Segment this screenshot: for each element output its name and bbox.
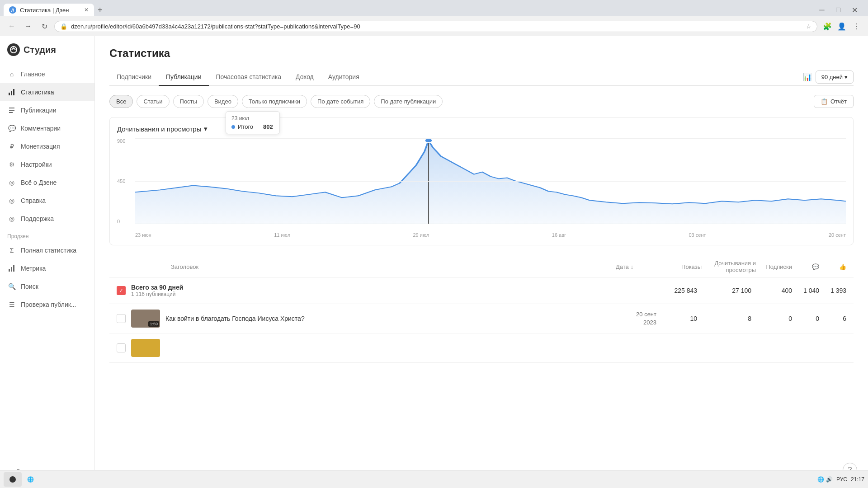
browser-tab-active[interactable]: Д Статистика | Дзен ✕ <box>4 4 94 16</box>
url-text: dzen.ru/profile/editor/id/60a6b497d33a4c… <box>71 23 802 30</box>
summary-checkbox[interactable]: ✓ <box>117 286 126 295</box>
summary-subs: 400 <box>751 287 792 294</box>
thumb-duration: 1:59 <box>148 321 159 327</box>
filter-all[interactable]: Все <box>109 95 133 108</box>
volume-icon: 🔊 <box>826 476 833 483</box>
article-reads: 8 <box>697 315 751 322</box>
money-icon: ₽ <box>7 142 16 151</box>
y-label-450: 450 <box>117 178 135 184</box>
x-label-5: 03 сент <box>689 232 706 238</box>
comments-header-icon: 💬 <box>812 263 819 270</box>
back-button[interactable]: ← <box>5 20 18 33</box>
start-button[interactable] <box>4 472 22 487</box>
report-button[interactable]: 📋 Отчёт <box>814 95 854 108</box>
x-label-1: 23 июн <box>135 232 151 238</box>
sidebar-item-label-settings: Настройки <box>21 161 52 168</box>
address-bar[interactable]: 🔒 dzen.ru/profile/editor/id/60a6b497d33a… <box>54 21 817 32</box>
filter-by-event-date[interactable]: По дате события <box>311 95 370 108</box>
profile-button[interactable]: 👤 <box>835 20 848 33</box>
tooltip-dot <box>231 125 235 129</box>
chevron-down-icon: ▾ <box>204 125 208 133</box>
filter-subscribers-only[interactable]: Только подписчики <box>242 95 307 108</box>
article-likes: 6 <box>819 315 846 322</box>
article-thumbnail-2 <box>131 339 160 357</box>
grid-line-top <box>135 138 846 139</box>
article-checkbox[interactable] <box>117 314 126 323</box>
sidebar-item-comments[interactable]: 💬 Комментарии <box>0 119 94 137</box>
sidebar-item-monetize[interactable]: ₽ Монетизация <box>0 137 94 155</box>
filter-by-pub-date[interactable]: По дате публикации <box>374 95 443 108</box>
taskbar-item-browser[interactable]: 🌐 <box>24 472 38 487</box>
sidebar-item-metrics[interactable]: Метрика <box>0 259 94 277</box>
tab-close-button[interactable]: ✕ <box>84 7 89 13</box>
table-header: Заголовок Дата ↓ Показы Дочитывания и пр… <box>109 256 854 277</box>
pubs-icon <box>7 106 16 115</box>
tab-audience[interactable]: Аудитория <box>321 69 367 86</box>
period-label: 90 дней <box>821 74 843 80</box>
tab-title: Статистика | Дзен <box>20 7 69 14</box>
sidebar-item-help[interactable]: ◎ Справка <box>0 192 94 210</box>
period-selector[interactable]: 90 дней ▾ <box>816 70 854 84</box>
tooltip-row: Итого 802 <box>231 123 274 130</box>
grid-line-mid <box>135 181 846 182</box>
refresh-button[interactable]: ↻ <box>38 20 51 33</box>
summary-info: Всего за 90 дней 1 116 публикаций <box>131 284 656 297</box>
summary-title: Всего за 90 дней <box>131 284 656 291</box>
sidebar: Студия ⌂ Главное Статистика Публикации 💬… <box>0 36 95 488</box>
search-icon: 🔍 <box>7 282 16 291</box>
tab-publications[interactable]: Публикации <box>159 69 208 86</box>
tab-subscribers[interactable]: Подписчики <box>109 69 159 86</box>
tab-income[interactable]: Доход <box>288 69 321 86</box>
sidebar-item-home[interactable]: ⌂ Главное <box>0 65 94 83</box>
summary-reads: 27 100 <box>697 287 751 294</box>
maximize-button[interactable]: □ <box>832 4 844 16</box>
menu-button[interactable]: ⋮ <box>850 20 863 33</box>
table-row: 1:59 Как войти в благодать Господа Иисус… <box>109 304 854 333</box>
sidebar-item-label-search: Поиск <box>21 283 38 290</box>
browser-taskbar-icon: 🌐 <box>27 476 34 483</box>
likes-header-icon: 👍 <box>839 263 846 270</box>
filter-articles[interactable]: Статьи <box>137 95 169 108</box>
extensions-button[interactable]: 🧩 <box>821 20 834 33</box>
minimize-button[interactable]: ─ <box>816 4 828 16</box>
sidebar-item-search[interactable]: 🔍 Поиск <box>0 277 94 296</box>
sidebar-item-full-stats[interactable]: Σ Полная статистика <box>0 241 94 259</box>
article-comments: 0 <box>792 315 819 322</box>
filter-posts[interactable]: Посты <box>173 95 204 108</box>
tabs-right: 📊 90 дней ▾ <box>803 70 854 84</box>
sidebar-item-settings[interactable]: ⚙ Настройки <box>0 155 94 174</box>
y-label-900: 900 <box>117 138 135 144</box>
about-icon: ◎ <box>7 178 16 187</box>
close-window-button[interactable]: ✕ <box>848 4 861 16</box>
tooltip-label: Итого <box>238 123 253 130</box>
sidebar-item-check[interactable]: ☰ Проверка публик... <box>0 296 94 314</box>
sidebar-item-label-about: Всё о Дзене <box>21 179 57 186</box>
sidebar-item-about[interactable]: ◎ Всё о Дзене <box>0 174 94 192</box>
new-tab-button[interactable]: + <box>94 4 106 17</box>
filter-video[interactable]: Видео <box>208 95 238 108</box>
forward-button[interactable]: → <box>22 20 34 33</box>
article-title[interactable]: Как войти в благодать Господа Иисуса Хри… <box>165 315 611 322</box>
sidebar-item-support[interactable]: ◎ Поддержка <box>0 210 94 228</box>
network-icon: 🌐 <box>817 476 824 483</box>
sidebar-item-pubs[interactable]: Публикации <box>0 101 94 119</box>
page-title: Статистика <box>109 47 854 60</box>
tooltip-value: 802 <box>263 123 273 130</box>
header-subs: Подписки <box>756 263 792 270</box>
taskbar-clock: 21:17 <box>851 476 864 483</box>
y-label-0: 0 <box>117 219 135 224</box>
taskbar-right: 🌐 🔊 РУС 21:17 <box>817 476 864 483</box>
browser-actions: 🧩 👤 ⋮ <box>821 20 863 33</box>
prods-section-label: Продзен <box>0 228 94 241</box>
header-reads: Дочитывания и просмотры <box>702 260 756 273</box>
header-date[interactable]: Дата ↓ <box>616 263 661 270</box>
svg-rect-6 <box>9 112 13 113</box>
summary-comments: 1 040 <box>792 287 819 294</box>
svg-rect-2 <box>11 91 12 95</box>
svg-rect-4 <box>9 108 14 108</box>
tab-favicon: Д <box>9 6 16 14</box>
article-checkbox-2[interactable] <box>117 343 126 352</box>
metrics-icon <box>7 264 16 273</box>
sidebar-item-stats[interactable]: Статистика <box>0 83 94 101</box>
tab-hourly[interactable]: Почасовая статистика <box>209 69 289 86</box>
